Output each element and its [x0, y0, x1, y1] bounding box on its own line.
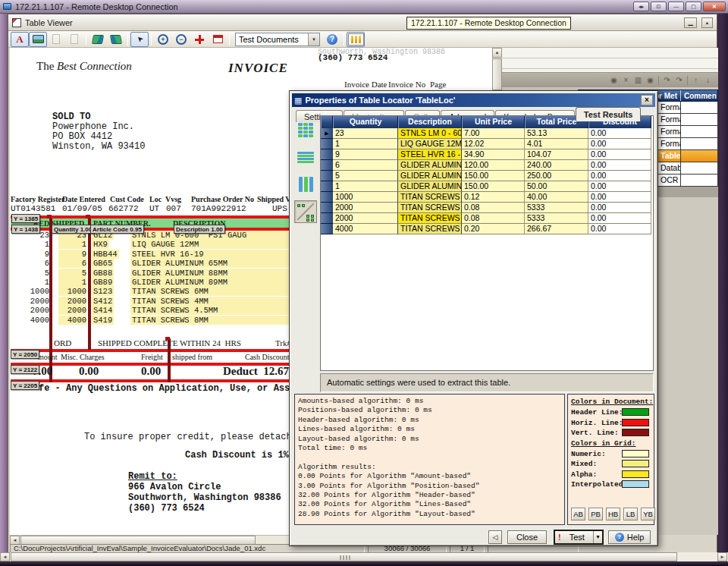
result-row[interactable]: 1GLIDER ALUMINU150.0050.000.00: [321, 181, 653, 192]
result-row[interactable]: 5GLIDER ALUMINU150.00250.000.00: [321, 171, 653, 181]
app-minimize-button[interactable]: ▁: [684, 17, 697, 28]
back-button[interactable]: ◁: [488, 530, 502, 544]
scrollbar-thumb[interactable]: [11, 552, 677, 561]
row-marker[interactable]: [321, 181, 333, 192]
result-row[interactable]: 2000TITAN SCREWS 40.0853330.00: [321, 203, 653, 213]
algorithm-log[interactable]: Amounts-based algorithm: 0 ms Positions-…: [294, 394, 565, 525]
run-icon[interactable]: ↷: [663, 76, 671, 84]
cell-total_price[interactable]: 4.01: [525, 139, 588, 149]
cell-discount[interactable]: 0.00: [588, 203, 651, 213]
find-next-icon[interactable]: ◉: [646, 76, 654, 84]
cell-discount[interactable]: 0.00: [588, 160, 651, 171]
cell-quantity[interactable]: 23: [333, 128, 398, 139]
cell-quantity[interactable]: 4000: [333, 224, 398, 234]
row-selector-header[interactable]: [321, 116, 333, 128]
cell-quantity[interactable]: 2000: [333, 203, 398, 213]
move-down-icon[interactable]: ↓: [704, 76, 712, 84]
cell-quantity[interactable]: 1: [333, 139, 398, 149]
cell-total_price[interactable]: 5333: [525, 203, 588, 213]
cell-quantity[interactable]: 6: [333, 160, 398, 171]
help-button[interactable]: ?: [323, 32, 341, 47]
result-row[interactable]: ▶23STNLS LM 0 - 6007.0053.130.00: [321, 128, 653, 139]
view-columns-button[interactable]: [294, 173, 317, 196]
rdp-pin-button[interactable]: ◂▸: [633, 2, 649, 11]
cell-discount[interactable]: 0.00: [588, 139, 651, 149]
cell-unit_price[interactable]: 0.20: [462, 224, 525, 234]
result-row[interactable]: 1000TITAN SCREWS 60.1240.000.00: [321, 192, 653, 203]
cell-discount[interactable]: 0.00: [588, 128, 651, 139]
cell-quantity[interactable]: 9: [333, 149, 398, 160]
column-header-description[interactable]: Description: [398, 116, 462, 128]
column-header-unit-price[interactable]: Unit Price: [462, 116, 525, 128]
test-button-group[interactable]: ! Test ▾: [554, 530, 604, 545]
cell-description[interactable]: STEEL HVR 16 - 19: [398, 149, 462, 160]
cell-unit_price[interactable]: 34.90: [462, 149, 525, 160]
cell-quantity[interactable]: 2000: [333, 213, 398, 224]
delete-icon[interactable]: ×: [622, 76, 630, 84]
dialog-titlebar[interactable]: ▦ Properties of Table Locator 'TableLoc'…: [292, 93, 655, 107]
byte-button-hb[interactable]: HB: [606, 508, 620, 520]
cell-total_price[interactable]: 53.13: [525, 128, 588, 139]
cell-total_price[interactable]: 50.00: [525, 181, 588, 192]
column-header-comment[interactable]: Commen: [681, 90, 717, 101]
view-rows-button[interactable]: [294, 146, 317, 168]
scroll-left-icon[interactable]: ◄: [0, 552, 10, 561]
prev-page-button[interactable]: [47, 32, 65, 47]
cell-total_price[interactable]: 40.00: [525, 192, 588, 203]
test-dropdown-arrow[interactable]: ▾: [593, 531, 602, 543]
view-layout-button[interactable]: [294, 200, 317, 223]
next-document-button[interactable]: [107, 32, 125, 47]
text-view-button[interactable]: A: [11, 32, 29, 47]
image-view-button[interactable]: [29, 32, 47, 47]
fit-width-button[interactable]: [209, 32, 227, 47]
dialog-close-action-button[interactable]: Close: [507, 530, 547, 544]
cell-description[interactable]: GLIDER ALUMINU: [398, 181, 462, 192]
properties-icon[interactable]: ▥: [634, 76, 642, 84]
cell-discount[interactable]: 0.00: [588, 224, 651, 234]
fit-page-button[interactable]: [190, 32, 209, 47]
byte-button-pb[interactable]: PB: [588, 508, 603, 520]
maximize-button[interactable]: ▢: [686, 2, 701, 11]
cell-discount[interactable]: 0.00: [588, 192, 651, 203]
cell-description[interactable]: TITAN SCREWS 8: [398, 224, 462, 234]
cell-total_price[interactable]: 240.00: [525, 160, 588, 171]
row-marker[interactable]: [321, 213, 333, 224]
scroll-up-icon[interactable]: ▲: [492, 48, 502, 58]
cell-unit_price[interactable]: 0.08: [462, 203, 525, 213]
cell-total_price[interactable]: 250.00: [525, 171, 588, 181]
rdp-restore-down-button[interactable]: ⊡: [651, 2, 667, 11]
scroll-up-icon[interactable]: ▲: [701, 17, 713, 28]
cell-unit_price[interactable]: 0.08: [462, 213, 525, 224]
scroll-right-icon[interactable]: ►: [717, 552, 727, 561]
cell-quantity[interactable]: 5: [333, 171, 398, 181]
cell-total_price[interactable]: 5333: [525, 213, 588, 224]
rdp-horizontal-scrollbar[interactable]: ◄ ►: [0, 552, 728, 561]
row-marker[interactable]: [321, 171, 333, 181]
document-set-combo[interactable]: Test Documents ▼: [235, 33, 320, 46]
dialog-close-button[interactable]: ×: [641, 95, 653, 105]
cell-description[interactable]: TITAN SCREWS 4: [398, 203, 462, 213]
cell-discount[interactable]: 0.00: [588, 171, 651, 181]
zoom-in-button[interactable]: +: [154, 32, 172, 47]
row-marker[interactable]: [321, 192, 333, 203]
cell-unit_price[interactable]: 150.00: [462, 171, 525, 181]
row-marker[interactable]: [321, 160, 333, 171]
cell-quantity[interactable]: 1000: [333, 192, 398, 203]
test-button[interactable]: Test: [561, 533, 593, 542]
cell-discount[interactable]: 0.00: [588, 181, 651, 192]
app-titlebar[interactable]: Table Viewer ▁ ▲: [8, 14, 717, 31]
cell-unit_price[interactable]: 120.00: [462, 160, 525, 171]
cell-total_price[interactable]: 266.67: [525, 224, 588, 234]
cell-description[interactable]: LIQ GAUGE 12MM: [398, 139, 462, 149]
view-cells-button[interactable]: [294, 118, 317, 141]
cell-description[interactable]: GLIDER ALUMINU: [398, 171, 462, 181]
row-marker[interactable]: [321, 224, 333, 234]
byte-button-ab[interactable]: AB: [571, 508, 585, 520]
scrollbar-thumb[interactable]: [492, 58, 502, 90]
cell-unit_price[interactable]: 12.02: [462, 139, 525, 149]
run-all-icon[interactable]: ↷: [675, 76, 683, 84]
cell-quantity[interactable]: 1: [333, 181, 398, 192]
cell-unit_price[interactable]: 150.00: [462, 181, 525, 192]
row-marker[interactable]: [321, 149, 333, 160]
cell-description[interactable]: TITAN SCREWS 4.: [398, 213, 462, 224]
